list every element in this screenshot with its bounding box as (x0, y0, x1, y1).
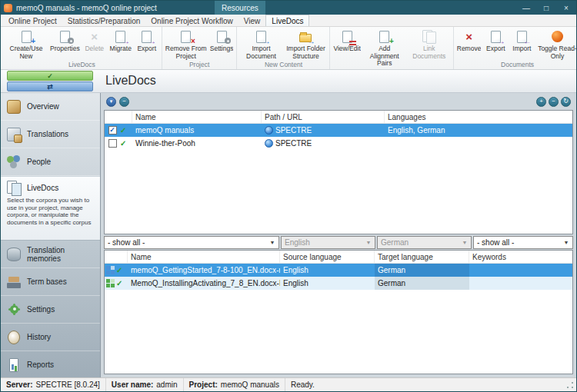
contextual-tab-resources[interactable]: Resources (215, 1, 265, 15)
view-edit-button[interactable]: View/Edit (332, 28, 362, 68)
header-name[interactable]: Name (128, 251, 280, 263)
sidebar-item-people[interactable]: People (1, 148, 100, 176)
corpus-row-memoq-manuals[interactable]: memoQ manuals SPECTRE English, German (105, 124, 572, 137)
chevron-down-icon: ▼ (363, 240, 374, 245)
translation-memories-icon (5, 246, 23, 263)
import-document2-button[interactable]: Import (509, 28, 535, 60)
checkbox-unchecked-icon[interactable] (108, 139, 117, 148)
ribbon-group-label: Documents (455, 60, 576, 69)
header-languages[interactable]: Languages (385, 111, 572, 123)
ribbon: Create/Use New Properties × Delete Migra… (1, 27, 576, 70)
properties-button[interactable]: Properties (48, 28, 82, 60)
tab-livedocs[interactable]: LiveDocs (265, 15, 309, 26)
button-label: Import Folder Structure (285, 45, 326, 60)
settings-button[interactable]: Settings (208, 28, 235, 60)
sidebar-item-term-bases[interactable]: Term bases (1, 268, 100, 296)
delete-button[interactable]: × Delete (82, 28, 108, 60)
accept-button[interactable]: ✓ (7, 71, 93, 81)
status-server: Server: SPECTRE [8.0.24] (1, 378, 106, 391)
people-icon (5, 154, 23, 171)
refresh-circle-icon[interactable]: ↻ (561, 97, 571, 107)
remove-from-project-button[interactable]: Remove From Project (164, 28, 208, 60)
target-language-filter-select[interactable]: German▼ (377, 236, 472, 249)
minimize-icon[interactable]: — (516, 1, 536, 15)
sidebar-item-reports[interactable]: Reports (1, 351, 100, 377)
import-document-button[interactable]: Import Document (238, 28, 283, 60)
remove-from-project-icon (176, 28, 196, 45)
resize-grip[interactable] (565, 380, 575, 390)
ribbon-group-label: LiveDocs (4, 60, 160, 69)
document-filter-row: - show all -▼ English▼ German▼ - show al… (101, 234, 576, 250)
sidebar-livedocs-description: Select the corpora you wish to use in yo… (5, 197, 97, 226)
overview-icon (5, 98, 23, 115)
corpus-status-icon (120, 137, 132, 150)
add-circle-icon[interactable]: + (536, 97, 546, 107)
import-document-icon (251, 28, 271, 45)
migrate-button[interactable]: Migrate (108, 28, 134, 60)
toggle-read-only-icon (547, 28, 567, 45)
export-document-button[interactable]: Export (482, 28, 509, 60)
document-row-getting-started[interactable]: memoQ_GettingStarted_7-8-100_EN.docx-mem… (105, 264, 572, 277)
sidebar-item-translations[interactable]: Translations (1, 121, 100, 148)
toggle-read-only-button[interactable]: Toggle Read-Only (535, 28, 576, 60)
clear-filter-icon[interactable]: − (119, 97, 129, 107)
sidebar-item-label: People (27, 158, 51, 166)
corpora-table-header: Name Path / URL Languages (105, 111, 572, 124)
user-value: admin (156, 380, 177, 389)
sidebar-item-history[interactable]: History (1, 324, 100, 351)
tab-view[interactable]: View (238, 15, 266, 26)
sidebar: Overview Translations People LiveDocs Se… (1, 93, 101, 377)
corpus-row-winnie-ther-pooh[interactable]: Winnie-ther-Pooh SPECTRE (105, 137, 572, 150)
header-name[interactable]: Name (132, 111, 262, 123)
sidebar-item-settings[interactable]: Settings (1, 296, 100, 324)
corpus-checkbox[interactable] (105, 124, 120, 137)
corpus-languages (385, 137, 572, 150)
translations-icon (5, 126, 23, 143)
close-icon[interactable]: × (556, 1, 576, 15)
source-language-filter-select[interactable]: English▼ (281, 236, 375, 249)
remove-document-button[interactable]: × Remove (455, 28, 483, 60)
ribbon-group-label: New Content (238, 60, 328, 69)
header-keywords[interactable]: Keywords (469, 251, 572, 263)
document-source-language: English (280, 264, 375, 277)
corpus-path-text: SPECTRE (275, 126, 312, 135)
tab-statistics-preparation[interactable]: Statistics/Preparation (62, 15, 146, 26)
checkbox-checked-icon[interactable] (108, 126, 117, 135)
import-folder-structure-button[interactable]: Import Folder Structure (283, 28, 328, 60)
add-alignment-pairs-button[interactable]: Add Alignment Pairs (362, 28, 407, 68)
sidebar-item-translation-memories[interactable]: Translation memories (1, 241, 100, 268)
create-use-new-button[interactable]: Create/Use New (4, 28, 48, 60)
maximize-icon[interactable]: □ (536, 1, 556, 15)
button-label: Remove From Project (165, 45, 207, 60)
remove-circle-icon[interactable]: − (549, 97, 559, 107)
tab-online-project-workflow[interactable]: Online Project Workflow (145, 15, 238, 26)
header-target-language[interactable]: Target language (375, 251, 469, 263)
ribbon-group-livedocs: Create/Use New Properties × Delete Migra… (2, 27, 162, 69)
sidebar-item-overview[interactable]: Overview (1, 93, 100, 121)
document-row-installing-activating[interactable]: MemoQ_InstallingActivating_7_8_EN.docx-M… (105, 277, 572, 290)
document-target-language: German (375, 264, 469, 277)
tab-online-project[interactable]: Online Project (3, 15, 62, 26)
header-source-language[interactable]: Source language (280, 251, 375, 263)
create-use-new-icon (16, 28, 36, 45)
export-corpus-button[interactable]: Export (134, 28, 160, 60)
ribbon-group-livealign: View/Edit Add Alignment Pairs Link Docum… (330, 27, 453, 69)
import-folder-structure-icon (295, 28, 315, 45)
deliver-return-button[interactable]: ⇄ (7, 81, 93, 91)
header-path-url[interactable]: Path / URL (262, 111, 385, 123)
corpus-name: Winnie-ther-Pooh (132, 137, 262, 150)
document-keywords (469, 264, 572, 277)
server-label: Server: (6, 380, 32, 389)
keywords-filter-select[interactable]: - show all -▼ (473, 236, 573, 249)
button-label: Create/Use New (5, 45, 47, 60)
name-filter-select[interactable]: - show all -▼ (104, 236, 279, 249)
filter-icon[interactable]: ▼ (106, 97, 116, 107)
document-source-language: English (280, 277, 375, 290)
corpus-checkbox[interactable] (105, 137, 120, 150)
sidebar-item-livedocs[interactable]: LiveDocs Select the corpora you wish to … (1, 176, 100, 241)
project-label: Project: (189, 380, 218, 389)
settings-icon (212, 28, 232, 45)
button-label: Link Documents (409, 45, 450, 60)
link-documents-button[interactable]: Link Documents (407, 28, 452, 68)
status-ready: Ready. (285, 378, 320, 391)
